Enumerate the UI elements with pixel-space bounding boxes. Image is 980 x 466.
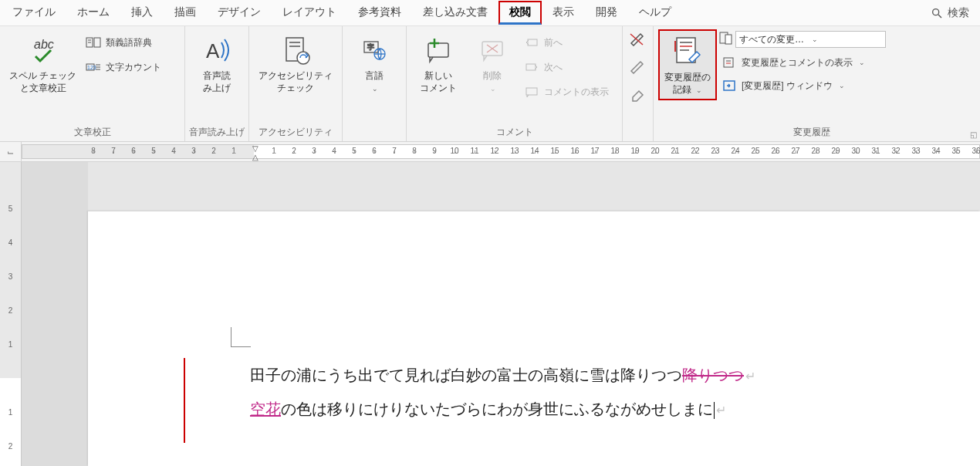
show-markup-button[interactable]: 変更履歴とコメントの表示 ⌄: [718, 54, 886, 71]
paragraph-mark: ↵: [716, 404, 726, 417]
new-comment-label: 新しい コメント: [420, 69, 457, 94]
display-for-review-select[interactable]: すべての変更履歴/コメ… ⌄: [735, 31, 886, 48]
show-comments-label: コメントの表示: [544, 86, 609, 99]
show-comments-button: コメントの表示: [521, 83, 612, 100]
readaloud-icon: A: [201, 32, 232, 68]
accessibility-button[interactable]: アクセシビリティ チェック: [254, 29, 337, 97]
new-comment-button[interactable]: 新しい コメント: [411, 29, 465, 97]
reviewing-pane-label: [変更履歴] ウィンドウ: [742, 79, 833, 93]
group-ink-blank: [623, 127, 653, 141]
group-ink: [623, 26, 654, 141]
horizontal-ruler[interactable]: ▽△ 1234567812345678910111213141516171819…: [22, 144, 980, 159]
wordcount-label: 文字カウント: [106, 61, 161, 74]
spellcheck-button[interactable]: abc スペル チェック と文章校正: [5, 29, 81, 97]
thesaurus-icon: [86, 35, 101, 49]
indent-marker[interactable]: ▽△: [252, 144, 259, 161]
pen-icon[interactable]: [629, 60, 646, 77]
group-proofing-label: 文章校正: [0, 124, 184, 141]
thesaurus-button[interactable]: 類義語辞典: [83, 34, 164, 51]
svg-rect-29: [526, 88, 537, 95]
delete-comment-label: 削除⌄: [483, 69, 502, 94]
line2-insertion: 空花: [250, 400, 281, 417]
next-comment-button: 次へ: [521, 59, 612, 76]
menu-挿入[interactable]: 挿入: [120, 1, 164, 25]
doc-line-1[interactable]: 田子の浦にうち出でて見れば白妙の富士の高嶺に雪は降りつつ降りつつ↵: [250, 358, 755, 392]
delete-comment-button[interactable]: 削除⌄: [465, 29, 519, 97]
svg-rect-21: [428, 43, 448, 57]
spellcheck-icon: abc: [28, 32, 59, 68]
svg-point-16: [297, 52, 309, 64]
menu-開発[interactable]: 開発: [585, 1, 628, 25]
workspace: 1234512 田子の浦にうち出でて見れば白妙の富士の高嶺に雪は降りつつ降りつつ…: [0, 162, 980, 466]
prev-comment-label: 前へ: [544, 36, 563, 49]
language-button[interactable]: 字 言語⌄: [347, 29, 401, 97]
display-review-icon[interactable]: [718, 31, 732, 48]
ink-hide-icon[interactable]: [629, 32, 646, 49]
svg-text:abc: abc: [34, 38, 54, 51]
group-proofing: abc スペル チェック と文章校正 類義語辞典 123 文字カウント 文章校正: [0, 26, 185, 141]
language-icon: 字: [361, 32, 387, 68]
wordcount-button[interactable]: 123 文字カウント: [83, 59, 164, 76]
delete-comment-icon: [478, 32, 507, 68]
wordcount-icon: 123: [86, 60, 101, 74]
menu-校閲[interactable]: 校閲: [498, 1, 542, 25]
track-changes-icon: [671, 34, 705, 69]
menu-bar: ファイルホーム挿入描画デザインレイアウト参考資料差し込み文書校閲表示開発ヘルプ …: [0, 0, 980, 26]
reviewing-pane-button[interactable]: [変更履歴] ウィンドウ ⌄: [718, 77, 886, 94]
menu-表示[interactable]: 表示: [542, 1, 585, 25]
reviewing-pane-icon: [721, 79, 737, 93]
menu-レイアウト[interactable]: レイアウト: [272, 1, 347, 25]
svg-text:123: 123: [87, 65, 96, 70]
tracking-dialog-launcher[interactable]: ◱: [970, 130, 980, 141]
search-label: 検索: [948, 6, 969, 20]
track-changes-button[interactable]: 変更履歴の 記録 ⌄: [658, 29, 717, 100]
line1-deletion: 降りつつ: [682, 366, 744, 383]
show-markup-icon: [721, 56, 737, 69]
svg-rect-4: [94, 38, 100, 47]
change-bar: [184, 358, 185, 443]
display-for-review-value: すべての変更履歴/コメ…: [739, 33, 810, 46]
readaloud-label: 音声読 み上げ: [203, 69, 231, 94]
paragraph-mark: ↵: [745, 370, 755, 383]
accessibility-icon: [280, 32, 311, 68]
vertical-ruler[interactable]: 1234512: [0, 162, 22, 466]
next-comment-icon: [524, 60, 539, 74]
menu-差し込み文書[interactable]: 差し込み文書: [412, 1, 498, 25]
svg-rect-37: [725, 35, 732, 44]
group-comments: 新しい コメント 削除⌄ 前へ 次へ コメントの表示: [407, 26, 623, 141]
ribbon: abc スペル チェック と文章校正 類義語辞典 123 文字カウント 文章校正: [0, 26, 980, 142]
menu-参考資料[interactable]: 参考資料: [347, 1, 412, 25]
eraser-icon[interactable]: [629, 88, 646, 105]
chevron-down-icon: ⌄: [859, 59, 865, 66]
accessibility-label: アクセシビリティ チェック: [259, 69, 333, 94]
chevron-down-icon: ⌄: [812, 35, 883, 43]
search-box[interactable]: 検索: [921, 2, 978, 25]
menu-ホーム[interactable]: ホーム: [66, 1, 120, 25]
track-changes-label: 変更履歴の 記録 ⌄: [664, 71, 711, 96]
thesaurus-label: 類義語辞典: [106, 36, 152, 49]
group-tracking: 変更履歴の 記録 ⌄ すべての変更履歴/コメ… ⌄ 変更履歴とコメントの表示 ⌄: [654, 26, 980, 141]
svg-text:字: 字: [367, 43, 374, 51]
group-speech-label: 音声読み上げ: [185, 124, 248, 141]
group-accessibility: アクセシビリティ チェック アクセシビリティ: [249, 26, 343, 141]
show-markup-label: 変更履歴とコメントの表示: [742, 56, 853, 69]
document-body[interactable]: 田子の浦にうち出でて見れば白妙の富士の高嶺に雪は降りつつ降りつつ↵ 空花の色は移…: [250, 358, 755, 426]
svg-point-0: [933, 8, 939, 15]
line1-text: 田子の浦にうち出でて見れば白妙の富士の高嶺に雪は降りつつ: [250, 366, 682, 383]
page-gutter: [22, 162, 88, 466]
document-page[interactable]: 田子の浦にうち出でて見れば白妙の富士の高嶺に雪は降りつつ降りつつ↵ 空花の色は移…: [88, 211, 980, 466]
svg-text:A: A: [206, 39, 220, 62]
ruler-row: ⌙ ▽△ 12345678123456789101112131415161718…: [0, 142, 980, 162]
readaloud-button[interactable]: A 音声読 み上げ: [190, 29, 244, 97]
menu-描画[interactable]: 描画: [164, 1, 207, 25]
crop-mark: [231, 327, 251, 347]
text-cursor: [714, 402, 715, 419]
svg-rect-28: [526, 64, 536, 70]
next-comment-label: 次へ: [544, 61, 563, 74]
menu-ヘルプ[interactable]: ヘルプ: [628, 1, 682, 25]
doc-line-2[interactable]: 空花の色は移りにけりないたづらにわが身世にふるながめせしまに↵: [250, 392, 755, 426]
menu-ファイル[interactable]: ファイル: [2, 1, 66, 25]
language-label: 言語⌄: [365, 69, 384, 94]
spellcheck-label: スペル チェック と文章校正: [9, 69, 76, 94]
menu-デザイン[interactable]: デザイン: [207, 1, 272, 25]
